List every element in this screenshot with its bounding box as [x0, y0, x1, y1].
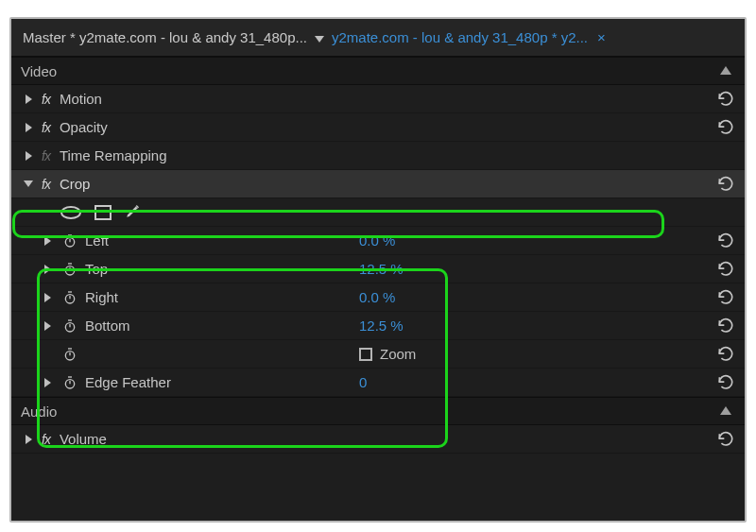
reset-icon [716, 317, 735, 335]
pen-mask-icon[interactable] [125, 202, 142, 222]
stopwatch-icon[interactable] [62, 290, 77, 305]
chevron-right-icon[interactable] [40, 265, 55, 274]
reset-icon [716, 260, 735, 279]
effect-label: Motion [60, 91, 102, 107]
reset-button[interactable] [716, 90, 735, 109]
chevron-down-icon[interactable] [21, 180, 36, 187]
rectangle-mask-icon[interactable] [94, 205, 112, 220]
stopwatch-icon[interactable] [62, 347, 77, 362]
collapse-up-icon[interactable] [720, 406, 731, 415]
property-value[interactable]: 0.0 % [359, 289, 395, 305]
crop-prop-bottom[interactable]: Bottom 12.5 % [11, 312, 745, 340]
fx-badge-icon[interactable]: fx [42, 148, 50, 163]
effect-row-volume[interactable]: fx Volume [11, 425, 745, 454]
reset-icon [716, 232, 735, 250]
effect-label: Opacity [60, 119, 108, 135]
chevron-right-icon[interactable] [21, 123, 36, 132]
property-label: Bottom [85, 317, 130, 334]
effects-list: Video fx Motion fx Opacity [11, 57, 745, 521]
reset-button[interactable] [716, 175, 735, 194]
effect-label: Crop [60, 176, 91, 192]
chevron-down-icon[interactable] [315, 29, 324, 45]
reset-button[interactable] [716, 345, 735, 364]
property-label: Zoom [380, 346, 416, 362]
effect-label: Time Remapping [60, 147, 167, 163]
section-label: Video [21, 63, 57, 79]
chevron-right-icon[interactable] [40, 321, 55, 331]
audio-section-header[interactable]: Audio [11, 397, 745, 425]
ellipse-mask-icon[interactable] [60, 206, 81, 219]
effect-label: Volume [60, 431, 107, 447]
fx-badge-icon[interactable]: fx [42, 432, 50, 447]
reset-icon [716, 90, 735, 109]
stopwatch-icon[interactable] [62, 262, 77, 277]
video-section-header[interactable]: Video [11, 57, 745, 85]
reset-button[interactable] [716, 288, 735, 307]
effect-controls-panel: Master * y2mate.com - lou & andy 31_480p… [9, 17, 747, 523]
property-value[interactable]: 12.5 % [359, 317, 404, 334]
crop-prop-right[interactable]: Right 0.0 % [11, 283, 745, 312]
reset-icon [716, 430, 735, 449]
property-label: Edge Feather [85, 374, 171, 390]
checkbox-icon [359, 348, 372, 361]
chevron-right-icon[interactable] [21, 94, 36, 104]
effect-row-opacity[interactable]: fx Opacity [11, 113, 745, 142]
stopwatch-icon[interactable] [62, 375, 77, 390]
collapse-up-icon[interactable] [720, 66, 731, 75]
reset-button[interactable] [716, 430, 735, 449]
property-value[interactable]: 0 [359, 374, 367, 390]
crop-prop-edge-feather[interactable]: Edge Feather 0 [11, 369, 745, 397]
zoom-checkbox[interactable]: Zoom [359, 346, 416, 362]
fx-badge-icon[interactable]: fx [42, 120, 50, 135]
sequence-tabs: Master * y2mate.com - lou & andy 31_480p… [11, 19, 745, 57]
effect-row-crop[interactable]: fx Crop [11, 170, 745, 198]
master-tab[interactable]: Master * y2mate.com - lou & andy 31_480p… [23, 29, 307, 45]
crop-prop-top[interactable]: Top 12.5 % [11, 255, 745, 283]
reset-button[interactable] [716, 373, 735, 392]
reset-icon [716, 175, 735, 194]
section-label: Audio [21, 403, 57, 420]
effect-row-time-remapping[interactable]: fx Time Remapping [11, 142, 745, 170]
stopwatch-icon[interactable] [62, 233, 77, 249]
reset-icon [716, 345, 735, 364]
crop-prop-zoom[interactable]: Zoom [11, 340, 745, 369]
crop-prop-left[interactable]: Left 0.0 % [11, 227, 745, 255]
reset-icon [716, 288, 735, 307]
active-clip-tab[interactable]: y2mate.com - lou & andy 31_480p * y2... [332, 29, 588, 45]
property-value[interactable]: 0.0 % [359, 232, 395, 249]
chevron-right-icon[interactable] [21, 435, 36, 444]
reset-button[interactable] [716, 118, 735, 137]
fx-badge-icon[interactable]: fx [42, 177, 50, 192]
property-label: Top [85, 261, 108, 277]
reset-button[interactable] [716, 232, 735, 250]
property-value[interactable]: 12.5 % [359, 261, 404, 277]
chevron-right-icon[interactable] [21, 151, 36, 161]
reset-button[interactable] [716, 260, 735, 279]
chevron-right-icon[interactable] [40, 378, 55, 387]
chevron-right-icon[interactable] [40, 293, 55, 302]
chevron-right-icon[interactable] [40, 236, 55, 246]
stopwatch-icon[interactable] [62, 318, 77, 334]
crop-mask-tools [11, 198, 745, 227]
reset-icon [716, 373, 735, 392]
reset-icon [716, 118, 735, 137]
property-label: Left [85, 232, 109, 249]
effect-row-motion[interactable]: fx Motion [11, 85, 745, 113]
close-icon[interactable]: × [597, 29, 606, 45]
reset-button[interactable] [716, 317, 735, 335]
property-label: Right [85, 289, 118, 305]
fx-badge-icon[interactable]: fx [42, 92, 50, 107]
